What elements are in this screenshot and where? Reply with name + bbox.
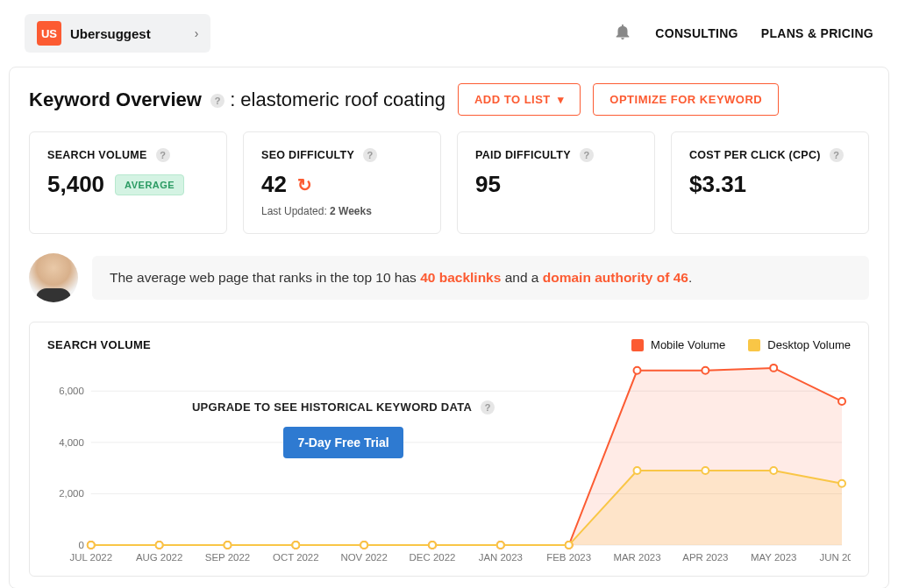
brand-name: Ubersuggest bbox=[70, 26, 151, 41]
brand-badge: US bbox=[37, 21, 61, 46]
metrics-row: SEARCH VOLUME? 5,400 AVERAGE SEO DIFFICU… bbox=[29, 131, 869, 234]
chart-legend: Mobile Volume Desktop Volume bbox=[631, 338, 851, 351]
svg-text:NOV 2022: NOV 2022 bbox=[340, 552, 387, 563]
title-keyword: elastomeric roof coating bbox=[240, 89, 445, 110]
avatar bbox=[29, 253, 78, 302]
upgrade-label: UPGRADE TO SEE HISTORICAL KEYWORD DATA ? bbox=[192, 400, 495, 414]
page-title: Keyword Overview ? : elastomeric roof co… bbox=[29, 89, 445, 111]
nav-plans-pricing[interactable]: PLANS & PRICING bbox=[761, 26, 873, 40]
top-bar: US Ubersuggest › CONSULTING PLANS & PRIC… bbox=[0, 0, 898, 67]
brand-selector[interactable]: US Ubersuggest › bbox=[25, 14, 210, 53]
help-icon[interactable]: ? bbox=[210, 94, 224, 108]
swatch-desktop-icon bbox=[748, 339, 760, 351]
help-icon[interactable]: ? bbox=[363, 148, 377, 162]
svg-point-35 bbox=[292, 542, 299, 549]
free-trial-button[interactable]: 7-Day Free Trial bbox=[283, 427, 403, 458]
seo-difficulty-label: SEO DIFFICULTY bbox=[261, 149, 354, 161]
title-row: Keyword Overview ? : elastomeric roof co… bbox=[29, 83, 869, 116]
bell-icon[interactable] bbox=[613, 22, 632, 45]
svg-text:2,000: 2,000 bbox=[59, 488, 84, 499]
svg-text:JUN 2023: JUN 2023 bbox=[820, 552, 851, 563]
tip-h2: domain authority of 46 bbox=[543, 270, 688, 285]
tip-row: The average web page that ranks in the t… bbox=[29, 253, 869, 302]
svg-point-38 bbox=[497, 542, 504, 549]
paid-difficulty-value: 95 bbox=[475, 171, 501, 198]
svg-point-43 bbox=[838, 480, 845, 487]
help-icon[interactable]: ? bbox=[156, 148, 170, 162]
card-cpc: COST PER CLICK (CPC)? $3.31 bbox=[671, 131, 869, 234]
help-icon[interactable]: ? bbox=[481, 400, 495, 414]
svg-point-33 bbox=[156, 542, 163, 549]
swatch-mobile-icon bbox=[631, 339, 644, 351]
chart-box: SEARCH VOLUME Mobile Volume Desktop Volu… bbox=[29, 322, 869, 577]
svg-point-37 bbox=[429, 542, 436, 549]
last-updated-label: Last Updated: bbox=[261, 205, 327, 217]
refresh-icon[interactable]: ↻ bbox=[297, 174, 312, 195]
last-updated-value: 2 Weeks bbox=[330, 205, 372, 217]
svg-text:APR 2023: APR 2023 bbox=[682, 552, 728, 563]
chevron-right-icon: › bbox=[195, 26, 199, 40]
svg-point-32 bbox=[88, 542, 95, 549]
title-sep: : bbox=[230, 89, 240, 110]
add-to-list-button[interactable]: ADD TO LIST ▾ bbox=[458, 83, 581, 116]
svg-text:MAR 2023: MAR 2023 bbox=[613, 552, 660, 563]
legend-desktop-label: Desktop Volume bbox=[767, 338, 851, 351]
svg-point-29 bbox=[702, 367, 709, 374]
cpc-label: COST PER CLICK (CPC) bbox=[689, 149, 821, 161]
paid-difficulty-label: PAID DIFFICULTY bbox=[475, 149, 571, 161]
svg-text:4,000: 4,000 bbox=[59, 437, 84, 448]
cpc-value: $3.31 bbox=[689, 171, 746, 198]
average-badge: AVERAGE bbox=[115, 174, 184, 195]
legend-mobile[interactable]: Mobile Volume bbox=[631, 338, 725, 351]
svg-text:6,000: 6,000 bbox=[59, 386, 84, 396]
tip-h1: 40 backlinks bbox=[420, 270, 501, 285]
svg-text:OCT 2022: OCT 2022 bbox=[273, 552, 319, 563]
chevron-down-icon: ▾ bbox=[558, 93, 565, 106]
chart-area: 02,0004,0006,000JUL 2022AUG 2022SEP 2022… bbox=[47, 357, 851, 567]
search-volume-value: 5,400 bbox=[47, 171, 104, 198]
card-search-volume: SEARCH VOLUME? 5,400 AVERAGE bbox=[29, 131, 227, 234]
svg-point-31 bbox=[838, 398, 845, 405]
card-paid-difficulty: PAID DIFFICULTY? 95 bbox=[457, 131, 655, 234]
help-icon[interactable]: ? bbox=[830, 148, 844, 162]
svg-point-34 bbox=[224, 542, 231, 549]
search-volume-label: SEARCH VOLUME bbox=[47, 149, 147, 161]
svg-point-36 bbox=[360, 542, 367, 549]
chart-svg: 02,0004,0006,000JUL 2022AUG 2022SEP 2022… bbox=[47, 357, 851, 566]
tip-mid: and a bbox=[501, 270, 542, 285]
chart-header: SEARCH VOLUME Mobile Volume Desktop Volu… bbox=[47, 338, 851, 351]
title-label: Keyword Overview bbox=[29, 89, 202, 110]
svg-text:SEP 2022: SEP 2022 bbox=[205, 552, 250, 563]
svg-text:MAY 2023: MAY 2023 bbox=[751, 552, 796, 563]
last-updated: Last Updated: 2 Weeks bbox=[261, 205, 423, 217]
legend-desktop[interactable]: Desktop Volume bbox=[748, 338, 851, 351]
top-right: CONSULTING PLANS & PRICING bbox=[613, 22, 873, 45]
nav-consulting[interactable]: CONSULTING bbox=[655, 26, 738, 40]
svg-text:0: 0 bbox=[78, 540, 83, 550]
seo-difficulty-value: 42 bbox=[261, 171, 287, 198]
svg-point-41 bbox=[702, 467, 709, 474]
add-to-list-label: ADD TO LIST bbox=[474, 93, 551, 106]
svg-point-42 bbox=[770, 467, 777, 474]
upgrade-label-text: UPGRADE TO SEE HISTORICAL KEYWORD DATA bbox=[192, 400, 472, 414]
svg-point-39 bbox=[566, 542, 573, 549]
svg-text:AUG 2022: AUG 2022 bbox=[136, 552, 182, 563]
card-seo-difficulty: SEO DIFFICULTY? 42 ↻ Last Updated: 2 Wee… bbox=[243, 131, 441, 234]
svg-text:JUL 2022: JUL 2022 bbox=[70, 552, 113, 563]
svg-point-40 bbox=[634, 467, 641, 474]
svg-point-28 bbox=[634, 367, 641, 374]
svg-text:JAN 2023: JAN 2023 bbox=[479, 552, 523, 563]
tip-bar: The average web page that ranks in the t… bbox=[92, 256, 869, 300]
upgrade-overlay: UPGRADE TO SEE HISTORICAL KEYWORD DATA ?… bbox=[192, 399, 495, 458]
optimize-keyword-button[interactable]: OPTIMIZE FOR KEYWORD bbox=[593, 83, 779, 116]
svg-text:DEC 2022: DEC 2022 bbox=[410, 552, 456, 563]
page-body: Keyword Overview ? : elastomeric roof co… bbox=[9, 67, 889, 588]
help-icon[interactable]: ? bbox=[580, 148, 594, 162]
tip-pre: The average web page that ranks in the t… bbox=[110, 270, 420, 285]
svg-text:FEB 2023: FEB 2023 bbox=[546, 552, 591, 563]
tip-post: . bbox=[688, 270, 692, 285]
chart-title: SEARCH VOLUME bbox=[47, 338, 151, 351]
svg-point-30 bbox=[770, 365, 777, 372]
legend-mobile-label: Mobile Volume bbox=[651, 338, 725, 351]
